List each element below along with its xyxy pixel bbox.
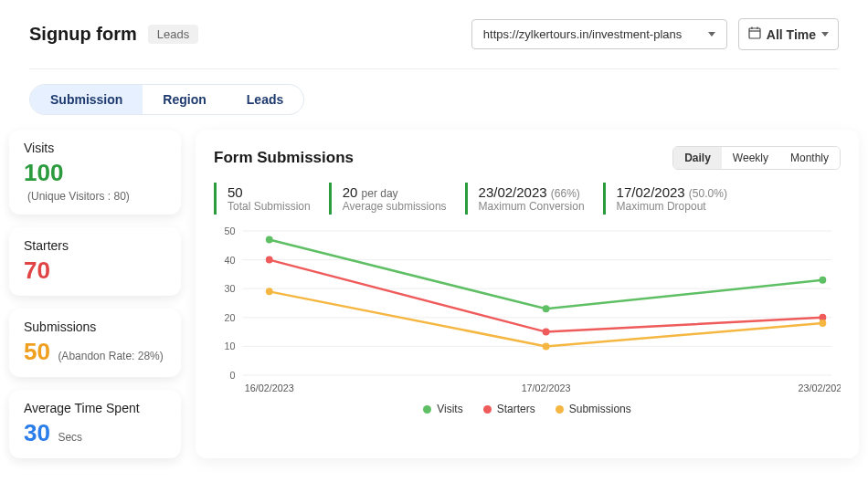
metric-value: 70 bbox=[24, 257, 50, 285]
svg-point-18 bbox=[819, 277, 826, 284]
legend-submissions: Submissions bbox=[556, 403, 631, 415]
svg-text:16/02/2023: 16/02/2023 bbox=[245, 382, 294, 393]
svg-point-23 bbox=[543, 342, 550, 350]
divider bbox=[29, 68, 839, 69]
legend-label: Submissions bbox=[569, 403, 631, 415]
stat-total-submission: 50 Total Submission bbox=[214, 183, 329, 215]
chart-title: Form Submissions bbox=[214, 149, 354, 167]
stat-max-conversion: 23/02/2023 (66%) Maximum Conversion bbox=[465, 183, 603, 215]
module-tag: Leads bbox=[148, 25, 198, 44]
metric-label: Submissions bbox=[24, 320, 166, 334]
metric-avg-time: Average Time Spent 30 Secs bbox=[9, 390, 181, 458]
metric-visits: Visits 100 (Unique Visitors : 80) bbox=[9, 130, 181, 215]
stat-pct: (50.0%) bbox=[689, 187, 727, 200]
metric-starters: Starters 70 bbox=[9, 227, 181, 296]
metric-sub: (Abandon Rate: 28%) bbox=[58, 350, 163, 362]
svg-text:50: 50 bbox=[225, 225, 236, 236]
metric-value: 100 bbox=[24, 159, 63, 187]
chart-stats: 50 Total Submission 20 per day Average s… bbox=[214, 183, 841, 215]
stat-label: Average submissions bbox=[343, 200, 447, 213]
metrics-sidebar: Visits 100 (Unique Visitors : 80) Starte… bbox=[0, 130, 181, 458]
time-range-value: All Time bbox=[767, 27, 816, 42]
main-content: Visits 100 (Unique Visitors : 80) Starte… bbox=[0, 130, 868, 458]
stat-value: 50 bbox=[228, 184, 243, 200]
chevron-down-icon bbox=[708, 32, 715, 37]
svg-text:10: 10 bbox=[225, 341, 236, 351]
svg-rect-0 bbox=[749, 28, 760, 38]
svg-text:40: 40 bbox=[225, 254, 236, 265]
page-title: Signup form bbox=[29, 24, 137, 45]
page-header: Signup form Leads https://zylkertours.in… bbox=[0, 0, 868, 68]
url-select[interactable]: https://zylkertours.in/investment-plans bbox=[471, 19, 727, 49]
stat-value: 17/02/2023 bbox=[617, 184, 685, 200]
metric-label: Average Time Spent bbox=[24, 401, 166, 415]
line-chart: 0102030405016/02/202317/02/202323/02/202… bbox=[214, 224, 841, 397]
svg-point-20 bbox=[543, 329, 550, 336]
stat-label: Maximum Dropout bbox=[617, 200, 727, 213]
metric-submissions: Submissions 50 (Abandon Rate: 28%) bbox=[9, 309, 181, 377]
stat-avg-submissions: 20 per day Average submissions bbox=[329, 183, 465, 215]
legend-label: Starters bbox=[497, 403, 535, 415]
svg-point-16 bbox=[266, 236, 273, 243]
range-monthly[interactable]: Monthly bbox=[779, 147, 840, 169]
view-tabs: Submission Region Leads bbox=[29, 84, 304, 115]
stat-label: Maximum Conversion bbox=[479, 200, 585, 213]
legend-visits: Visits bbox=[423, 403, 462, 415]
legend-dot-icon bbox=[556, 405, 564, 414]
calendar-icon bbox=[748, 26, 761, 42]
stat-max-dropout: 17/02/2023 (50.0%) Maximum Dropout bbox=[603, 183, 746, 215]
svg-point-19 bbox=[266, 257, 273, 264]
svg-text:30: 30 bbox=[225, 283, 236, 294]
stat-unit: per day bbox=[362, 187, 398, 200]
range-weekly[interactable]: Weekly bbox=[722, 147, 779, 169]
legend-dot-icon bbox=[483, 405, 492, 414]
range-daily[interactable]: Daily bbox=[673, 147, 722, 169]
metric-value: 30 bbox=[24, 419, 50, 447]
stat-label: Total Submission bbox=[228, 200, 311, 213]
tab-submission[interactable]: Submission bbox=[30, 85, 143, 114]
chart-legend: Visits Starters Submissions bbox=[214, 403, 841, 415]
metric-label: Starters bbox=[24, 238, 166, 253]
svg-text:23/02/2023: 23/02/2023 bbox=[798, 382, 841, 393]
metric-sub: (Unique Visitors : 80) bbox=[27, 190, 130, 203]
stat-value: 20 bbox=[343, 184, 358, 200]
chart-header: Form Submissions Daily Weekly Monthly bbox=[214, 146, 841, 170]
chart-card: Form Submissions Daily Weekly Monthly 50… bbox=[196, 130, 859, 458]
stat-value: 23/02/2023 bbox=[479, 184, 547, 200]
chevron-down-icon bbox=[821, 32, 829, 37]
svg-text:20: 20 bbox=[225, 312, 236, 323]
legend-dot-icon bbox=[423, 405, 431, 414]
svg-text:0: 0 bbox=[230, 370, 236, 381]
chart-range-toggle: Daily Weekly Monthly bbox=[672, 146, 841, 170]
url-select-value: https://zylkertours.in/investment-plans bbox=[483, 27, 682, 41]
legend-starters: Starters bbox=[483, 403, 535, 415]
metric-value: 50 bbox=[24, 338, 50, 366]
tab-region[interactable]: Region bbox=[143, 85, 226, 114]
metric-label: Visits bbox=[24, 141, 166, 155]
metric-sub: Secs bbox=[58, 431, 82, 444]
svg-point-22 bbox=[266, 288, 273, 295]
stat-pct: (66%) bbox=[551, 187, 580, 200]
svg-text:17/02/2023: 17/02/2023 bbox=[522, 382, 571, 393]
svg-point-24 bbox=[819, 320, 826, 327]
tab-leads[interactable]: Leads bbox=[227, 85, 303, 114]
legend-label: Visits bbox=[437, 403, 462, 415]
time-range-select[interactable]: All Time bbox=[738, 18, 839, 50]
svg-point-17 bbox=[543, 305, 550, 312]
